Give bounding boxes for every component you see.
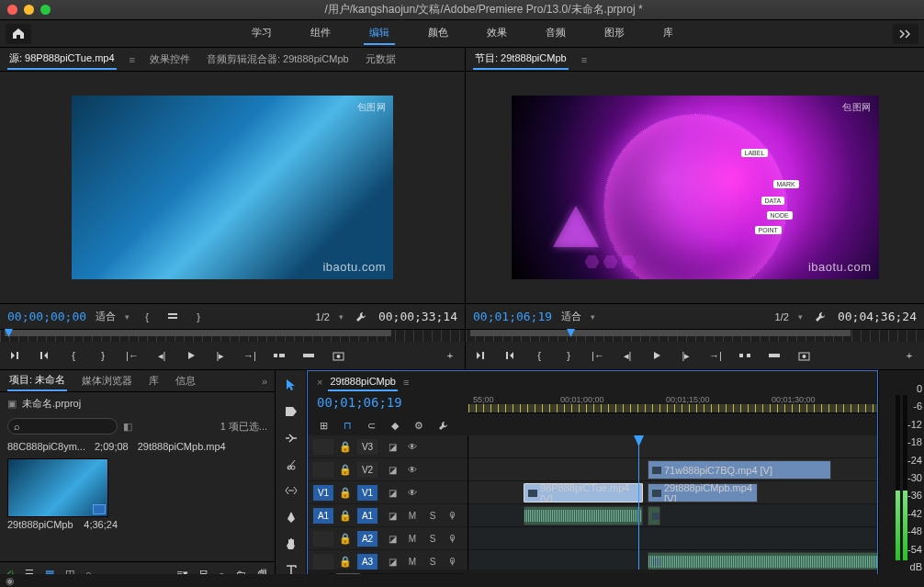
wrench-icon[interactable] (436, 419, 449, 432)
mark-clip-icon[interactable]: { (66, 348, 81, 363)
program-fit[interactable]: 适合 (561, 310, 581, 323)
goto-out-icon[interactable]: →| (708, 348, 723, 363)
mark-sel-icon[interactable]: } (96, 348, 110, 363)
track-header-v2[interactable]: 🔒V2◪👁 (308, 458, 468, 481)
tab-source[interactable]: 源: 98P888piCTue.mp4 (7, 49, 117, 70)
clip-thumb[interactable]: 29t888piCMpb 4;36;24 (7, 458, 118, 532)
step-back-icon[interactable]: ◂| (154, 348, 169, 363)
track-header-v1[interactable]: V1🔒V1◪👁 (308, 481, 468, 504)
step-fwd-icon[interactable]: |▸ (679, 348, 693, 363)
settings-icon[interactable] (164, 310, 181, 323)
step-fwd-icon[interactable]: |▸ (213, 348, 228, 363)
program-ruler[interactable] (466, 329, 924, 342)
program-tc-out[interactable]: 00;04;36;24 (838, 310, 917, 323)
clip-a1-2[interactable] (648, 506, 660, 525)
zoom-window[interactable] (40, 5, 51, 15)
insert-icon[interactable] (272, 348, 287, 363)
ws-effects[interactable]: 效果 (481, 22, 513, 45)
link-sel-icon[interactable]: ⊂ (365, 419, 377, 432)
pen-tool-icon[interactable] (283, 510, 299, 525)
source-tc-in[interactable]: 00;00;00;00 (7, 310, 86, 323)
step-back-icon[interactable]: ◂| (620, 348, 635, 363)
tab-info[interactable]: 信息 (174, 371, 197, 390)
settings-icon[interactable]: ⚙ (412, 419, 425, 432)
timeline-ruler[interactable]: 55;00 00;01;00;00 00;01;15;00 00;01;30;0… (468, 393, 877, 413)
mark-clip-icon[interactable]: { (532, 348, 547, 363)
play-icon[interactable] (184, 348, 198, 363)
tab-project[interactable]: 项目: 未命名 (7, 370, 67, 391)
program-zoom[interactable]: 1/2 (775, 311, 789, 322)
ws-libraries[interactable]: 库 (658, 22, 679, 45)
project-filename[interactable]: 未命名.prproj (22, 397, 81, 411)
tab-metadata[interactable]: 元数据 (364, 50, 398, 69)
goto-out-icon[interactable]: →| (242, 348, 257, 363)
clip-a1-1[interactable] (524, 506, 643, 525)
mark-out-icon[interactable] (502, 348, 517, 363)
track-header-a2[interactable]: 🔒A2◪MS🎙 (308, 527, 468, 550)
ws-audio[interactable]: 音频 (540, 22, 571, 45)
extract-icon[interactable] (767, 348, 782, 363)
button-editor-icon[interactable]: + (902, 348, 917, 363)
program-monitor[interactable]: LABEL MARK DATA NODE POINT 包图网 ibaotu.co… (466, 72, 924, 303)
tab-menu-icon[interactable]: ≡ (403, 377, 409, 388)
minimize-window[interactable] (24, 5, 34, 15)
ws-learn[interactable]: 学习 (246, 22, 277, 45)
track-header-v3[interactable]: 🔒V3◪👁 (308, 435, 468, 458)
track-area[interactable]: 71w888piC7BQ.mp4 [V] 98P888piCTue.mp4 [V… (468, 435, 877, 570)
chevron-down-icon[interactable]: ▾ (125, 312, 130, 322)
hand-tool-icon[interactable] (283, 536, 299, 552)
tab-media-browser[interactable]: 媒体浏览器 (80, 371, 134, 390)
chevron-down-icon[interactable]: ▾ (591, 312, 595, 322)
tab-menu-icon[interactable]: ≡ (130, 54, 135, 65)
out-bracket-icon[interactable]: } (190, 310, 207, 323)
home-button[interactable] (6, 24, 31, 44)
mark-sel-icon[interactable]: } (561, 348, 576, 363)
track-header-a1[interactable]: A1🔒A1◪MS🎙 (308, 504, 468, 527)
source-fit[interactable]: 适合 (96, 310, 116, 323)
play-icon[interactable] (649, 348, 664, 363)
clip-v2-1[interactable]: 71w888piC7BQ.mp4 [V] (648, 460, 831, 480)
export-frame-icon[interactable] (796, 348, 811, 363)
slip-tool-icon[interactable] (283, 483, 299, 499)
tab-effect-controls[interactable]: 效果控件 (148, 50, 192, 69)
overwrite-icon[interactable] (301, 348, 316, 363)
source-zoom[interactable]: 1/2 (316, 311, 330, 322)
snap-icon[interactable]: ⊓ (341, 419, 354, 432)
goto-in-icon[interactable]: |← (591, 348, 605, 363)
nest-icon[interactable]: ⊞ (317, 419, 330, 432)
track-header-a3[interactable]: 🔒A3◪MS🎙 (308, 550, 468, 570)
in-bracket-icon[interactable]: { (139, 310, 155, 323)
clip-v1-2[interactable]: 29t888piCMpb.mp4 [V] (648, 483, 758, 502)
clip-list-row[interactable]: 88C888piC8ym... 2;09;08 29t888piCMpb.mp4 (0, 438, 275, 455)
clip-a3-1[interactable] (648, 552, 877, 570)
button-editor-icon[interactable]: + (443, 348, 457, 363)
mark-in-icon[interactable] (7, 348, 22, 363)
selection-tool-icon[interactable] (283, 378, 299, 393)
ws-graphics[interactable]: 图形 (599, 22, 630, 45)
goto-in-icon[interactable]: |← (125, 348, 140, 363)
source-tc-out[interactable]: 00;00;33;14 (378, 310, 457, 323)
bin-icon[interactable]: ▣ (7, 398, 17, 410)
lift-icon[interactable] (738, 348, 752, 363)
tab-libraries[interactable]: 库 (147, 371, 161, 390)
filter-bin-icon[interactable]: ◧ (123, 421, 132, 433)
tab-audio-mixer[interactable]: 音频剪辑混合器: 29t888piCMpb (205, 50, 351, 69)
ws-assembly[interactable]: 组件 (305, 22, 336, 45)
timeline-tc[interactable]: 00;01;06;19 (308, 393, 468, 415)
track-select-tool-icon[interactable] (283, 404, 299, 420)
workspace-overflow[interactable] (893, 24, 918, 44)
sequence-tab[interactable]: 29t888piCMpb (328, 373, 398, 391)
chevron-down-icon[interactable]: ▾ (798, 312, 803, 322)
ws-color[interactable]: 颜色 (423, 22, 454, 45)
overflow-icon[interactable]: » (262, 376, 267, 387)
marker-icon[interactable]: ◆ (389, 419, 401, 432)
close-seq-icon[interactable]: × (317, 377, 322, 388)
export-frame-icon[interactable] (331, 348, 345, 363)
source-ruler[interactable] (0, 329, 465, 342)
chevron-down-icon[interactable]: ▾ (339, 312, 344, 322)
project-search-input[interactable]: ⌕ (7, 418, 118, 435)
mark-out-icon[interactable] (37, 348, 51, 363)
close-window[interactable] (7, 5, 17, 15)
source-monitor[interactable]: 包图网 ibaotu.com (0, 72, 465, 303)
wrench-icon[interactable] (812, 310, 828, 323)
